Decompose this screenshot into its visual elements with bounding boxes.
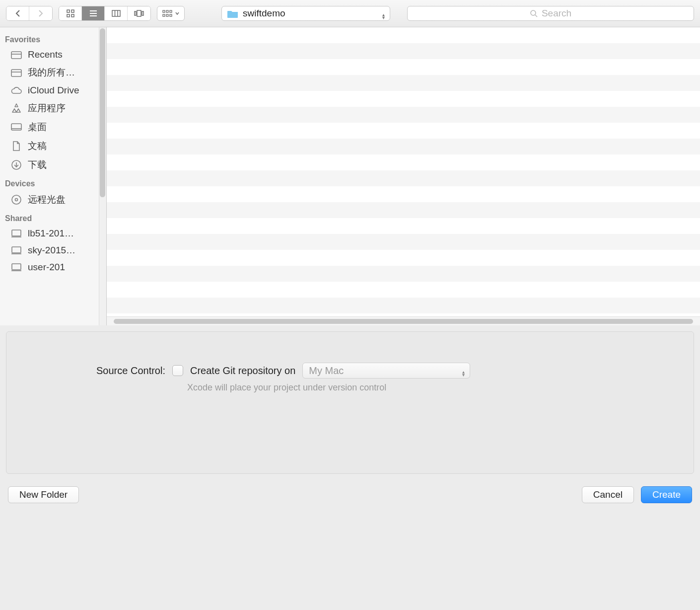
create-git-checkbox-label: Create Git repository on [190, 365, 295, 377]
cloud-icon [10, 86, 23, 94]
sidebar: Favorites Recents 我的所有… iCloud Drive 应用程… [0, 27, 107, 325]
computer-icon [10, 229, 23, 237]
file-hscrollbar[interactable] [107, 316, 700, 325]
sidebar-item-label: 远程光盘 [28, 193, 66, 206]
path-label: swiftdemo [243, 8, 285, 19]
view-coverflow-button[interactable] [128, 6, 150, 20]
sidebar-item-label: 下载 [28, 158, 47, 171]
sidebar-item-remote-disc[interactable]: 远程光盘 [1, 190, 106, 209]
svg-rect-0 [67, 10, 70, 12]
sidebar-item-shared[interactable]: sky-2015… [1, 242, 106, 259]
sidebar-item-desktop[interactable]: 桌面 [1, 118, 106, 137]
allfiles-icon [10, 68, 23, 77]
view-list-button[interactable] [82, 6, 105, 20]
file-list-area [107, 27, 700, 325]
sidebar-scrollbar[interactable] [99, 27, 106, 325]
create-button[interactable]: Create [641, 486, 692, 503]
sidebar-section-header: Shared [1, 209, 106, 225]
file-list-stripes [107, 27, 700, 316]
sidebar-item-label: sky-2015… [28, 245, 75, 256]
apps-icon [10, 103, 23, 113]
sidebar-item-apps[interactable]: 应用程序 [1, 99, 106, 118]
sidebar-item-label: lb51-201… [28, 228, 74, 239]
create-git-checkbox[interactable] [172, 365, 183, 376]
sidebar-item-label: 应用程序 [28, 102, 66, 115]
source-control-note: Xcode will place your project under vers… [6, 382, 694, 393]
svg-rect-1 [71, 10, 74, 12]
nav-back-forward [6, 6, 53, 21]
sidebar-item-documents[interactable]: 文稿 [1, 137, 106, 155]
git-location-value: My Mac [309, 365, 344, 377]
sidebar-item-label: user-201 [28, 262, 65, 273]
sidebar-item-icloud[interactable]: iCloud Drive [1, 82, 106, 99]
sidebar-item-recents[interactable]: Recents [1, 46, 106, 63]
sidebar-item-allfiles[interactable]: 我的所有… [1, 63, 106, 82]
svg-rect-17 [166, 14, 168, 16]
disc-icon [10, 195, 23, 205]
folder-icon [227, 8, 239, 19]
svg-rect-31 [12, 230, 21, 236]
sidebar-section-header: Favorites [1, 30, 106, 46]
cancel-button[interactable]: Cancel [582, 486, 634, 503]
svg-rect-21 [11, 52, 21, 59]
svg-rect-7 [112, 10, 120, 16]
downloads-icon [10, 160, 23, 170]
svg-rect-3 [71, 14, 74, 17]
svg-point-29 [12, 195, 21, 204]
svg-point-30 [15, 199, 18, 201]
svg-rect-15 [170, 10, 172, 12]
svg-rect-18 [170, 14, 172, 16]
forward-button[interactable] [29, 6, 52, 20]
arrange-button[interactable] [157, 6, 185, 21]
svg-rect-23 [11, 70, 21, 76]
sidebar-item-shared[interactable]: lb51-201… [1, 225, 106, 242]
svg-rect-33 [12, 247, 21, 253]
updown-icon: ▴▾ [382, 8, 385, 19]
search-placeholder: Search [542, 8, 571, 19]
computer-icon [10, 246, 23, 254]
svg-rect-12 [142, 11, 143, 15]
search-field[interactable]: Search [407, 6, 694, 21]
git-location-select[interactable]: My Mac ▴▾ [302, 363, 470, 379]
path-popup[interactable]: swiftdemo ▴▾ [221, 6, 390, 21]
svg-rect-11 [137, 10, 141, 16]
computer-icon [10, 263, 23, 271]
sidebar-item-label: Recents [28, 49, 63, 60]
sidebar-scrollbar-thumb[interactable] [100, 28, 105, 197]
sidebar-item-shared[interactable]: user-201 [1, 259, 106, 276]
svg-rect-2 [67, 14, 70, 17]
svg-rect-13 [163, 10, 165, 12]
svg-rect-14 [166, 10, 168, 12]
view-mode-segmented [59, 6, 151, 21]
desktop-icon [10, 123, 23, 131]
svg-rect-16 [163, 14, 165, 16]
options-panel: Source Control: Create Git repository on… [6, 331, 694, 474]
file-hscrollbar-thumb[interactable] [114, 319, 693, 324]
recents-icon [10, 50, 23, 59]
svg-point-19 [531, 10, 536, 15]
sidebar-item-label: iCloud Drive [28, 85, 79, 96]
sidebar-item-downloads[interactable]: 下载 [1, 155, 106, 174]
toolbar: swiftdemo ▴▾ Search [0, 0, 700, 27]
bottom-bar: New Folder Cancel Create [0, 480, 700, 510]
svg-line-20 [535, 15, 537, 17]
svg-rect-25 [11, 124, 21, 130]
sidebar-item-label: 桌面 [28, 121, 47, 134]
view-column-button[interactable] [105, 6, 128, 20]
sidebar-item-label: 我的所有… [28, 66, 75, 79]
svg-rect-10 [135, 11, 136, 15]
sidebar-item-label: 文稿 [28, 140, 47, 152]
updown-icon: ▴▾ [462, 365, 465, 377]
back-button[interactable] [6, 6, 29, 20]
new-folder-button[interactable]: New Folder [8, 486, 79, 503]
documents-icon [10, 141, 23, 151]
view-icon-button[interactable] [59, 6, 82, 20]
svg-rect-35 [12, 264, 21, 270]
sidebar-section-header: Devices [1, 174, 106, 190]
source-control-label: Source Control: [86, 365, 165, 377]
